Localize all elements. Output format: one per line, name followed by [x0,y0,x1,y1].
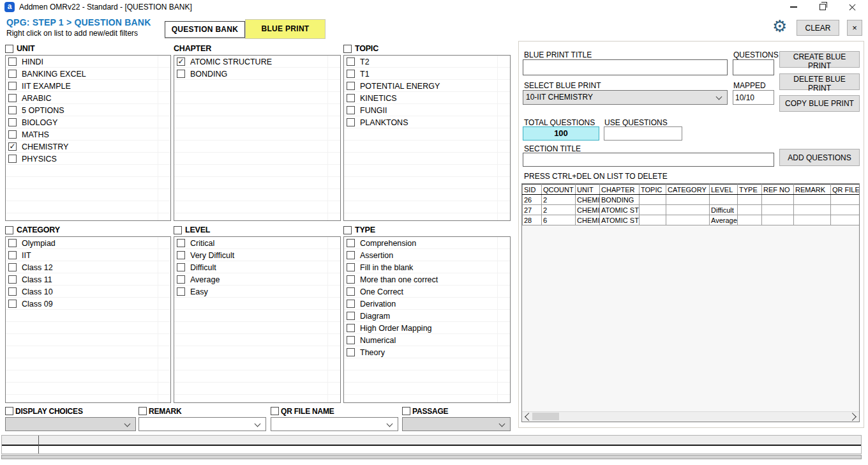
section-title-input[interactable] [523,153,774,167]
filter-item-iit[interactable]: IIT [6,249,170,261]
filter-item-class-11[interactable]: Class 11 [6,273,170,286]
filter-item-very-difficult[interactable]: Very Difficult [174,249,340,261]
filter-item-t1[interactable]: T1 [344,68,510,80]
filter-item-fungii[interactable]: FUNGII [344,104,510,116]
passage-checkbox[interactable] [402,407,410,415]
filter-item-more-than-one-correct[interactable]: More than one correct [344,273,510,286]
column-header-ref-no[interactable]: REF NO [762,185,794,195]
column-header-category[interactable]: CATEGORY [666,185,710,195]
passage-dropdown[interactable] [402,417,511,431]
clear-button[interactable]: CLEAR [797,20,839,36]
checkbox[interactable] [347,106,355,114]
type-select-all-checkbox[interactable] [343,226,352,234]
filter-item-theory[interactable]: Theory [344,346,510,358]
column-header-chapter[interactable]: CHAPTER [600,185,640,195]
filter-item-iit-example[interactable]: IIT EXAMPLE [6,80,170,92]
checkbox[interactable] [347,251,355,259]
filter-item-arabic[interactable]: ARABIC [6,92,170,104]
column-header-remark[interactable]: REMARK [794,185,831,195]
filter-item-potential-energy[interactable]: POTENTIAL ENERGY [344,80,510,92]
checkbox[interactable]: ✓ [8,142,17,151]
qr-file-name-checkbox[interactable] [271,407,279,415]
filter-item-class-12[interactable]: Class 12 [6,261,170,273]
filter-item-assertion[interactable]: Assertion [344,249,510,261]
category-select-all-checkbox[interactable] [5,226,13,234]
qr-file-name-dropdown[interactable] [271,417,398,431]
checkbox[interactable] [8,263,17,271]
checkbox[interactable] [177,251,185,259]
category-list[interactable]: OlympiadIITClass 12Class 11Class 10Class… [5,236,171,403]
column-header-qr-file[interactable]: QR FILE [831,185,860,195]
filter-item-comprehension[interactable]: Comprehension [344,237,510,249]
scrollbar-thumb[interactable] [532,413,559,420]
copy-blueprint-button[interactable]: COPY BLUE PRINT [779,95,860,112]
checkbox[interactable] [347,239,355,247]
filter-item-5-options[interactable]: 5 OPTIONS [6,104,170,116]
table-row[interactable]: 286CHEMISTRYATOMIC STRUCTUREAverage [523,215,860,225]
checkbox[interactable] [8,239,17,247]
checkbox[interactable] [177,287,185,296]
checkbox[interactable] [8,251,17,259]
column-header-sid[interactable]: SID [523,185,542,195]
checkbox[interactable] [8,70,17,78]
topic-select-all-checkbox[interactable] [343,45,352,53]
close-button[interactable] [841,0,863,14]
filter-item-critical[interactable]: Critical [174,237,340,249]
checkbox[interactable] [347,348,355,356]
checkbox[interactable]: ✓ [177,57,185,66]
filter-item-hindi[interactable]: HINDI [6,56,170,68]
checkbox[interactable] [177,275,185,284]
filter-item-average[interactable]: Average [174,273,340,286]
checkbox[interactable] [8,94,17,102]
type-list[interactable]: ComprehensionAssertionFill in the blankM… [343,236,511,403]
filter-item-olympiad[interactable]: Olympiad [6,237,170,249]
mapped-input[interactable] [733,90,774,105]
blueprint-title-input[interactable] [523,59,728,75]
filter-item-kinetics[interactable]: KINETICS [344,92,510,104]
checkbox[interactable] [177,239,185,247]
remark-dropdown[interactable] [138,417,266,431]
tab-question-bank[interactable]: QUESTION BANK [165,21,245,38]
filter-item-difficult[interactable]: Difficult [174,261,340,273]
tab-blue-print[interactable]: BLUE PRINT [245,19,326,39]
filter-item-fill-in-the-blank[interactable]: Fill in the blank [344,261,510,273]
add-questions-button[interactable]: ADD QUESTIONS [779,149,860,166]
filter-item-planktons[interactable]: PLANKTONS [344,116,510,128]
checkbox[interactable] [347,324,355,332]
display-choices-dropdown[interactable] [5,417,136,431]
filter-item-class-09[interactable]: Class 09 [6,298,170,310]
checkbox[interactable] [347,70,355,78]
gear-icon[interactable]: ⚙ [772,17,787,36]
scroll-left-icon[interactable] [525,413,533,421]
checkbox[interactable] [8,287,17,296]
select-blueprint-dropdown[interactable]: 10-IIT CHEMISTRY [523,90,728,105]
checkbox[interactable] [8,82,17,90]
display-choices-checkbox[interactable] [5,407,13,415]
filter-item-physics[interactable]: PHYSICS [6,153,170,165]
filter-item-high-order-mapping[interactable]: High Order Mapping [344,322,510,334]
table-row[interactable]: 262CHEMISTRYBONDING [523,195,860,205]
filter-item-banking-excel[interactable]: BANKING EXCEL [6,68,170,80]
panel-close-button[interactable]: × [847,20,862,36]
column-header-unit[interactable]: UNIT [576,185,600,195]
checkbox[interactable] [347,263,355,271]
checkbox[interactable] [8,130,17,139]
topic-list[interactable]: T2T1POTENTIAL ENERGYKINETICSFUNGIIPLANKT… [343,55,511,221]
restore-button[interactable] [812,0,834,14]
filter-item-biology[interactable]: BIOLOGY [6,116,170,128]
column-header-qcount[interactable]: QCOUNT [542,185,576,195]
level-list[interactable]: CriticalVery DifficultDifficultAverageEa… [174,236,341,403]
filter-item-easy[interactable]: Easy [174,286,340,298]
checkbox[interactable] [8,275,17,284]
use-questions-input[interactable] [604,126,682,141]
column-header-type[interactable]: TYPE [738,185,762,195]
column-header-level[interactable]: LEVEL [710,185,738,195]
checkbox[interactable] [347,82,355,90]
bottom-scrollbar[interactable] [1,455,862,459]
checkbox[interactable] [177,70,185,78]
checkbox[interactable] [347,312,355,320]
checkbox[interactable] [8,300,17,308]
checkbox[interactable] [177,263,185,271]
unit-list[interactable]: HINDIBANKING EXCELIIT EXAMPLEARABIC5 OPT… [5,55,171,221]
filter-item-numerical[interactable]: Numerical [344,334,510,346]
